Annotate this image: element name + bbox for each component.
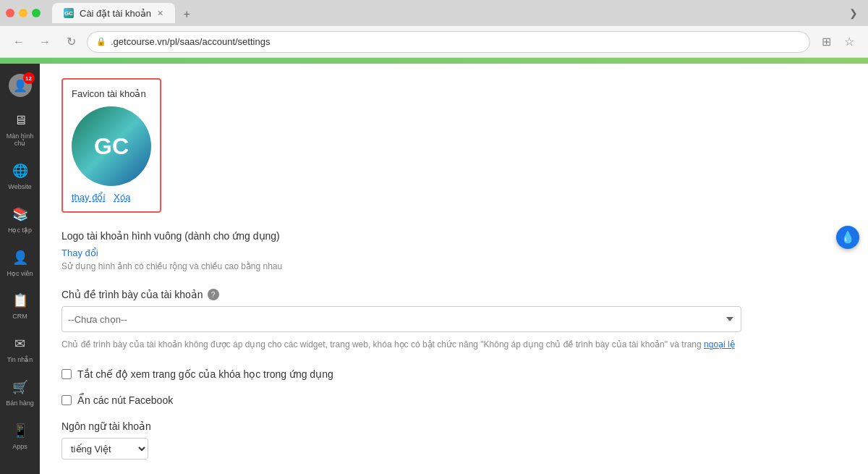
logo-section-title: Logo tài khoản hình vuông (dành cho ứng … xyxy=(61,230,846,242)
hoc-vien-icon: 👤 xyxy=(9,246,32,269)
notification-badge: 12 xyxy=(23,72,35,84)
green-accent-bar xyxy=(0,58,868,64)
theme-section: Chủ đề trình bày của tài khoản ? --Chưa … xyxy=(61,289,846,351)
sidebar-item-tin-nhan[interactable]: ✉ Tin nhắn xyxy=(3,328,38,368)
sidebar-item-label: Apps xyxy=(12,444,27,451)
language-select[interactable]: tiếng Việt English Русский xyxy=(61,438,148,460)
forward-button[interactable]: → xyxy=(35,32,55,52)
sidebar-item-apps[interactable]: 📱 Apps xyxy=(3,415,38,455)
favicon-delete-button[interactable]: Xóa xyxy=(114,192,130,203)
sidebar-item-website[interactable]: 🌐 Website xyxy=(3,155,38,195)
sidebar-item-label: Tin nhắn xyxy=(7,357,33,364)
translate-button[interactable]: ⊞ xyxy=(816,32,836,52)
close-window-button[interactable] xyxy=(6,9,14,17)
browser-window: GC Cài đặt tài khoản ✕ + ❯ ← → ↻ 🔒 .getc… xyxy=(0,0,868,474)
sidebar-item-label: Học viên xyxy=(7,271,33,278)
sidebar-item-label: Học tập xyxy=(8,227,32,234)
url-text: .getcourse.vn/pl/saas/account/settings xyxy=(111,36,270,47)
sidebar-item-man-hinh-chu[interactable]: 🖥 Màn hình chủ xyxy=(3,104,38,152)
sidebar-item-label: Màn hình chủ xyxy=(6,133,35,148)
sidebar-item-ban-hang[interactable]: 🛒 Bán hàng xyxy=(3,371,38,412)
favicon-logo-text: GC xyxy=(94,133,129,160)
tab-chevron-button[interactable]: ❯ xyxy=(845,4,862,22)
sidebar-item-avatar[interactable]: 👤 12 xyxy=(3,69,38,101)
theme-note-text: Chủ đề trình bày của tài khoản không đượ… xyxy=(61,339,702,350)
sidebar-item-hoc-tap[interactable]: 📚 Học tập xyxy=(3,198,38,239)
minimize-window-button[interactable] xyxy=(19,9,27,17)
checkbox-2[interactable] xyxy=(61,395,72,405)
main-layout: 👤 12 🖥 Màn hình chủ 🌐 Website 📚 Học tập … xyxy=(0,64,868,474)
checkbox-section-1: Tắt chế độ xem trang gốc của khóa học tr… xyxy=(61,368,846,380)
language-section: Ngôn ngữ tài khoản tiếng Việt English Ру… xyxy=(61,420,846,460)
theme-label: Chủ đề trình bày của tài khoản ? xyxy=(61,289,846,300)
checkbox-row-2[interactable]: Ẩn các nút Facebook xyxy=(61,394,846,406)
favicon-actions: thay đổi Xóa xyxy=(72,192,151,203)
address-bar[interactable]: 🔒 .getcourse.vn/pl/saas/account/settings xyxy=(87,31,810,53)
checkbox-section-2: Ẩn các nút Facebook xyxy=(61,394,846,406)
theme-note: Chủ đề trình bày của tài khoản không đượ… xyxy=(61,338,846,351)
tab-title: Cài đặt tài khoản xyxy=(80,8,151,19)
traffic-lights xyxy=(6,9,41,17)
sidebar-item-label: Website xyxy=(8,184,31,191)
sidebar-item-label: Bán hàng xyxy=(6,400,34,407)
logo-hint-text: Sử dụng hình ảnh có chiều rộng và chiều … xyxy=(61,261,846,271)
bookmark-button[interactable]: ☆ xyxy=(839,32,859,52)
refresh-button[interactable]: ↻ xyxy=(61,32,81,52)
maximize-window-button[interactable] xyxy=(32,9,41,17)
favicon-preview-image: GC xyxy=(72,106,151,186)
favicon-label: Favicon tài khoản xyxy=(72,88,151,99)
checkbox-row-1[interactable]: Tắt chế độ xem trang gốc của khóa học tr… xyxy=(61,368,846,380)
new-tab-button[interactable]: + xyxy=(178,6,195,23)
nav-right-controls: ⊞ ☆ xyxy=(816,32,859,52)
favicon-section: Favicon tài khoản GC thay đổi Xóa xyxy=(61,78,161,213)
theme-label-text: Chủ đề trình bày của tài khoản xyxy=(61,289,203,300)
help-icon[interactable]: ? xyxy=(208,289,219,300)
theme-note-link[interactable]: ngoại lệ xyxy=(704,339,735,350)
tin-nhan-icon: ✉ xyxy=(9,332,32,355)
tab-close-button[interactable]: ✕ xyxy=(157,9,163,18)
navigation-bar: ← → ↻ 🔒 .getcourse.vn/pl/saas/account/se… xyxy=(0,26,868,58)
ban-hang-icon: 🛒 xyxy=(9,376,32,399)
active-tab[interactable]: GC Cài đặt tài khoản ✕ xyxy=(52,3,175,23)
website-icon: 🌐 xyxy=(9,159,32,182)
sidebar-item-label: CRM xyxy=(12,313,27,321)
checkbox-1-label: Tắt chế độ xem trang gốc của khóa học tr… xyxy=(77,368,333,380)
lock-icon: 🔒 xyxy=(96,37,106,46)
back-button[interactable]: ← xyxy=(9,32,29,52)
tab-bar: GC Cài đặt tài khoản ✕ + xyxy=(52,3,839,23)
title-bar: GC Cài đặt tài khoản ✕ + ❯ xyxy=(0,0,868,26)
theme-select[interactable]: --Chưa chọn-- xyxy=(61,306,741,332)
checkbox-1[interactable] xyxy=(61,369,72,379)
sidebar: 👤 12 🖥 Màn hình chủ 🌐 Website 📚 Học tập … xyxy=(0,64,40,474)
sidebar-item-hoc-vien[interactable]: 👤 Học viên xyxy=(3,242,38,282)
logo-section: Logo tài khoản hình vuông (dành cho ứng … xyxy=(61,230,846,271)
favicon-change-button[interactable]: thay đổi xyxy=(72,192,105,203)
man-hinh-chu-icon: 🖥 xyxy=(9,109,32,132)
sidebar-item-crm[interactable]: 📋 CRM xyxy=(3,284,38,325)
apps-icon: 📱 xyxy=(9,419,32,442)
logo-change-button[interactable]: Thay đổi xyxy=(61,247,98,258)
floating-help-button[interactable]: 💧 xyxy=(836,226,859,249)
tab-favicon-icon: GC xyxy=(64,8,74,18)
content-area: Favicon tài khoản GC thay đổi Xóa Logo t… xyxy=(40,64,868,474)
checkbox-2-label: Ẩn các nút Facebook xyxy=(77,394,173,406)
hoc-tap-icon: 📚 xyxy=(9,203,32,226)
language-label: Ngôn ngữ tài khoản xyxy=(61,420,846,432)
crm-icon: 📋 xyxy=(9,289,32,312)
